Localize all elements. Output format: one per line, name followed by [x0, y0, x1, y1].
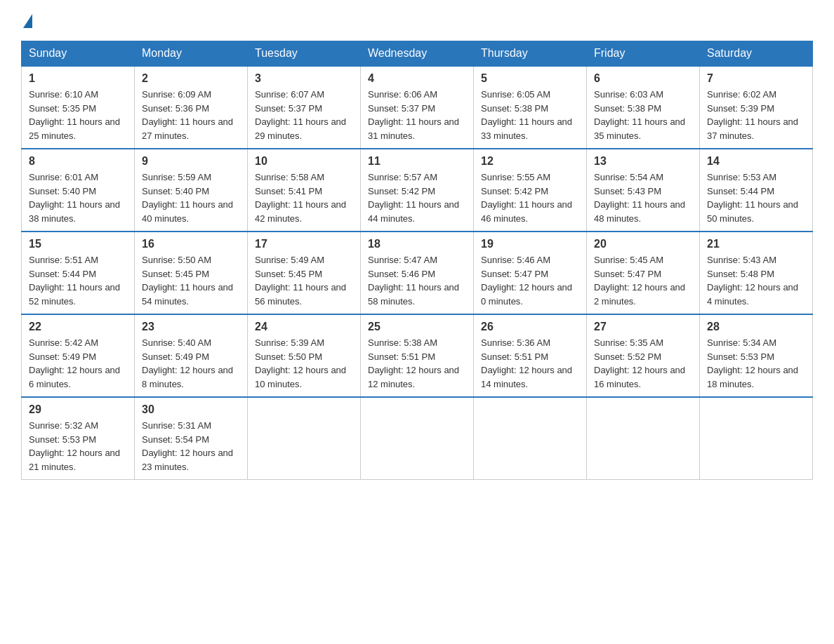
calendar-week-row: 29Sunrise: 5:32 AMSunset: 5:53 PMDayligh…: [22, 397, 813, 480]
calendar-week-row: 15Sunrise: 5:51 AMSunset: 5:44 PMDayligh…: [22, 232, 813, 314]
day-info: Sunrise: 5:59 AMSunset: 5:40 PMDaylight:…: [142, 170, 240, 225]
calendar-cell: 26Sunrise: 5:36 AMSunset: 5:51 PMDayligh…: [474, 314, 587, 397]
day-number: 17: [255, 238, 353, 250]
day-info: Sunrise: 5:42 AMSunset: 5:49 PMDaylight:…: [29, 336, 127, 391]
calendar-cell: 7Sunrise: 6:02 AMSunset: 5:39 PMDaylight…: [700, 66, 813, 149]
calendar-col-header-sunday: Sunday: [22, 41, 135, 67]
day-info: Sunrise: 6:10 AMSunset: 5:35 PMDaylight:…: [29, 88, 127, 142]
day-number: 19: [481, 238, 579, 250]
day-info: Sunrise: 6:09 AMSunset: 5:36 PMDaylight:…: [142, 88, 240, 142]
calendar-cell: 30Sunrise: 5:31 AMSunset: 5:54 PMDayligh…: [135, 397, 248, 480]
calendar-cell: 18Sunrise: 5:47 AMSunset: 5:46 PMDayligh…: [361, 232, 474, 314]
calendar-cell: [361, 397, 474, 480]
day-number: 18: [368, 238, 466, 250]
calendar-cell: 20Sunrise: 5:45 AMSunset: 5:47 PMDayligh…: [587, 232, 700, 314]
calendar-cell: 6Sunrise: 6:03 AMSunset: 5:38 PMDaylight…: [587, 66, 700, 149]
day-info: Sunrise: 5:31 AMSunset: 5:54 PMDaylight:…: [142, 419, 240, 474]
calendar-cell: [248, 397, 361, 480]
logo-triangle-icon: [23, 14, 32, 28]
calendar-cell: 19Sunrise: 5:46 AMSunset: 5:47 PMDayligh…: [474, 232, 587, 314]
day-info: Sunrise: 5:57 AMSunset: 5:42 PMDaylight:…: [368, 170, 466, 225]
day-number: 2: [142, 72, 240, 85]
calendar-header-row: SundayMondayTuesdayWednesdayThursdayFrid…: [22, 41, 813, 67]
day-number: 12: [481, 155, 579, 168]
day-info: Sunrise: 5:54 AMSunset: 5:43 PMDaylight:…: [594, 170, 692, 225]
day-number: 14: [707, 155, 805, 168]
day-number: 30: [142, 403, 240, 416]
day-number: 21: [707, 238, 805, 250]
day-number: 13: [594, 155, 692, 168]
calendar-cell: 15Sunrise: 5:51 AMSunset: 5:44 PMDayligh…: [22, 232, 135, 314]
calendar-col-header-saturday: Saturday: [700, 41, 813, 67]
day-info: Sunrise: 5:55 AMSunset: 5:42 PMDaylight:…: [481, 170, 579, 225]
day-number: 24: [255, 321, 353, 333]
day-number: 5: [481, 72, 579, 85]
calendar-cell: 11Sunrise: 5:57 AMSunset: 5:42 PMDayligh…: [361, 149, 474, 232]
day-info: Sunrise: 5:58 AMSunset: 5:41 PMDaylight:…: [255, 170, 353, 225]
day-number: 9: [142, 155, 240, 168]
calendar-col-header-thursday: Thursday: [474, 41, 587, 67]
calendar-cell: 16Sunrise: 5:50 AMSunset: 5:45 PMDayligh…: [135, 232, 248, 314]
day-number: 23: [142, 321, 240, 333]
day-info: Sunrise: 5:51 AMSunset: 5:44 PMDaylight:…: [29, 253, 127, 308]
day-number: 10: [255, 155, 353, 168]
day-info: Sunrise: 5:40 AMSunset: 5:49 PMDaylight:…: [142, 336, 240, 391]
calendar-cell: 25Sunrise: 5:38 AMSunset: 5:51 PMDayligh…: [361, 314, 474, 397]
day-number: 1: [29, 72, 127, 85]
day-number: 3: [255, 72, 353, 85]
day-number: 29: [29, 403, 127, 416]
day-info: Sunrise: 5:35 AMSunset: 5:52 PMDaylight:…: [594, 336, 692, 391]
calendar-cell: [700, 397, 813, 480]
day-info: Sunrise: 5:47 AMSunset: 5:46 PMDaylight:…: [368, 253, 466, 308]
logo: [21, 14, 32, 29]
calendar-cell: 17Sunrise: 5:49 AMSunset: 5:45 PMDayligh…: [248, 232, 361, 314]
calendar-table: SundayMondayTuesdayWednesdayThursdayFrid…: [21, 41, 813, 480]
calendar-cell: 12Sunrise: 5:55 AMSunset: 5:42 PMDayligh…: [474, 149, 587, 232]
calendar-cell: 21Sunrise: 5:43 AMSunset: 5:48 PMDayligh…: [700, 232, 813, 314]
day-number: 15: [29, 238, 127, 250]
calendar-cell: 9Sunrise: 5:59 AMSunset: 5:40 PMDaylight…: [135, 149, 248, 232]
calendar-cell: 1Sunrise: 6:10 AMSunset: 5:35 PMDaylight…: [22, 66, 135, 149]
calendar-cell: 23Sunrise: 5:40 AMSunset: 5:49 PMDayligh…: [135, 314, 248, 397]
day-number: 26: [481, 321, 579, 333]
day-number: 28: [707, 321, 805, 333]
day-info: Sunrise: 6:06 AMSunset: 5:37 PMDaylight:…: [368, 88, 466, 142]
calendar-cell: 13Sunrise: 5:54 AMSunset: 5:43 PMDayligh…: [587, 149, 700, 232]
calendar-week-row: 8Sunrise: 6:01 AMSunset: 5:40 PMDaylight…: [22, 149, 813, 232]
calendar-col-header-monday: Monday: [135, 41, 248, 67]
day-info: Sunrise: 6:01 AMSunset: 5:40 PMDaylight:…: [29, 170, 127, 225]
calendar-col-header-tuesday: Tuesday: [248, 41, 361, 67]
day-number: 20: [594, 238, 692, 250]
day-number: 27: [594, 321, 692, 333]
day-info: Sunrise: 5:50 AMSunset: 5:45 PMDaylight:…: [142, 253, 240, 308]
day-number: 8: [29, 155, 127, 168]
calendar-cell: 5Sunrise: 6:05 AMSunset: 5:38 PMDaylight…: [474, 66, 587, 149]
day-info: Sunrise: 5:46 AMSunset: 5:47 PMDaylight:…: [481, 253, 579, 308]
day-info: Sunrise: 5:43 AMSunset: 5:48 PMDaylight:…: [707, 253, 805, 308]
calendar-cell: 29Sunrise: 5:32 AMSunset: 5:53 PMDayligh…: [22, 397, 135, 480]
day-info: Sunrise: 5:36 AMSunset: 5:51 PMDaylight:…: [481, 336, 579, 391]
day-info: Sunrise: 5:38 AMSunset: 5:51 PMDaylight:…: [368, 336, 466, 391]
day-info: Sunrise: 5:34 AMSunset: 5:53 PMDaylight:…: [707, 336, 805, 391]
day-info: Sunrise: 6:05 AMSunset: 5:38 PMDaylight:…: [481, 88, 579, 142]
day-number: 6: [594, 72, 692, 85]
day-number: 11: [368, 155, 466, 168]
calendar-col-header-friday: Friday: [587, 41, 700, 67]
calendar-week-row: 22Sunrise: 5:42 AMSunset: 5:49 PMDayligh…: [22, 314, 813, 397]
calendar-cell: [587, 397, 700, 480]
day-info: Sunrise: 5:49 AMSunset: 5:45 PMDaylight:…: [255, 253, 353, 308]
day-info: Sunrise: 6:02 AMSunset: 5:39 PMDaylight:…: [707, 88, 805, 142]
day-info: Sunrise: 6:07 AMSunset: 5:37 PMDaylight:…: [255, 88, 353, 142]
calendar-cell: [474, 397, 587, 480]
calendar-cell: 8Sunrise: 6:01 AMSunset: 5:40 PMDaylight…: [22, 149, 135, 232]
day-number: 4: [368, 72, 466, 85]
day-info: Sunrise: 5:45 AMSunset: 5:47 PMDaylight:…: [594, 253, 692, 308]
calendar-cell: 2Sunrise: 6:09 AMSunset: 5:36 PMDaylight…: [135, 66, 248, 149]
page-header: [21, 14, 813, 29]
day-info: Sunrise: 5:32 AMSunset: 5:53 PMDaylight:…: [29, 419, 127, 474]
day-info: Sunrise: 5:39 AMSunset: 5:50 PMDaylight:…: [255, 336, 353, 391]
calendar-cell: 22Sunrise: 5:42 AMSunset: 5:49 PMDayligh…: [22, 314, 135, 397]
calendar-cell: 10Sunrise: 5:58 AMSunset: 5:41 PMDayligh…: [248, 149, 361, 232]
calendar-cell: 28Sunrise: 5:34 AMSunset: 5:53 PMDayligh…: [700, 314, 813, 397]
day-number: 22: [29, 321, 127, 333]
